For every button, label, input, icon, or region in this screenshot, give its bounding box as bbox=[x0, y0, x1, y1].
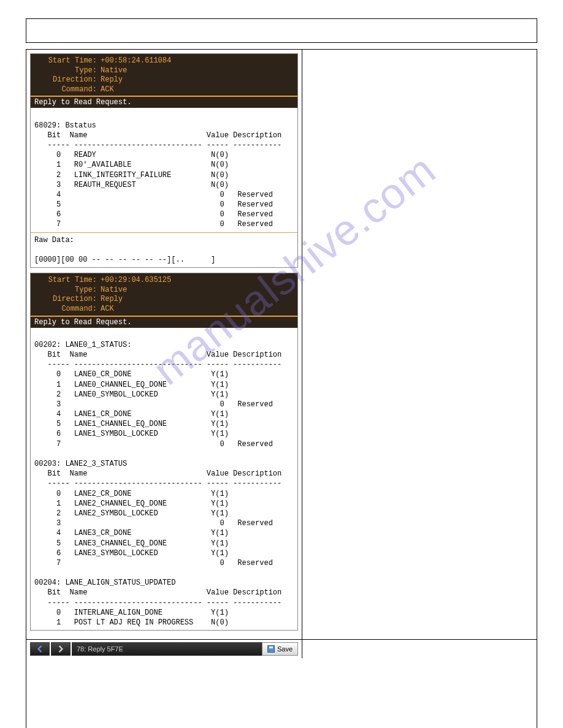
panel1-body2: Raw Data: [0000][00 00 -- -- -- -- -- --… bbox=[31, 233, 297, 268]
hdr-value: +00:58:24.611084 bbox=[101, 56, 171, 66]
hdr-label: Command: bbox=[36, 305, 97, 314]
panel1-body1: 68029: Bstatus Bit Name Value Descriptio… bbox=[31, 108, 297, 232]
hdr-value: Reply bbox=[101, 75, 123, 85]
right-empty-col bbox=[302, 50, 537, 639]
hdr-value: ACK bbox=[101, 305, 114, 314]
panel-bstatus: Start Time:+00:58:24.611084 Type:Native … bbox=[30, 53, 298, 268]
panel1-subheader: Reply to Read Request. bbox=[31, 97, 297, 108]
save-icon bbox=[267, 645, 275, 653]
hdr-label: Direction: bbox=[36, 295, 97, 305]
hdr-value: ACK bbox=[101, 85, 114, 95]
panel2-header: Start Time:+00:29:04.635125 Type:Native … bbox=[31, 273, 297, 315]
save-label: Save bbox=[277, 645, 293, 653]
next-button[interactable] bbox=[51, 642, 71, 656]
hdr-value: Native bbox=[101, 66, 127, 76]
hdr-value: +00:29:04.635125 bbox=[101, 276, 171, 286]
hdr-label: Direction: bbox=[36, 75, 97, 85]
panel2-subheader: Reply to Read Request. bbox=[31, 317, 297, 328]
hdr-label: Start Time: bbox=[36, 56, 97, 66]
hdr-label: Type: bbox=[36, 66, 97, 76]
hdr-label: Type: bbox=[36, 286, 97, 295]
top-empty-box bbox=[26, 18, 537, 43]
chevron-right-icon bbox=[57, 645, 64, 653]
panel-lane-status: Start Time:+00:29:04.635125 Type:Native … bbox=[30, 273, 298, 631]
prev-button[interactable] bbox=[30, 642, 50, 656]
panel1-header: Start Time:+00:58:24.611084 Type:Native … bbox=[31, 54, 297, 96]
chevron-left-icon bbox=[36, 645, 44, 653]
save-button[interactable]: Save bbox=[262, 642, 298, 656]
hdr-label: Start Time: bbox=[36, 276, 97, 286]
hdr-label: Command: bbox=[36, 85, 97, 95]
hdr-value: Native bbox=[101, 286, 127, 295]
hdr-value: Reply bbox=[101, 295, 123, 305]
nav-label: 78: Reply 5F7E bbox=[72, 642, 262, 656]
panel2-body: 00202: LANE0_1_STATUS: Bit Name Value De… bbox=[31, 328, 297, 631]
